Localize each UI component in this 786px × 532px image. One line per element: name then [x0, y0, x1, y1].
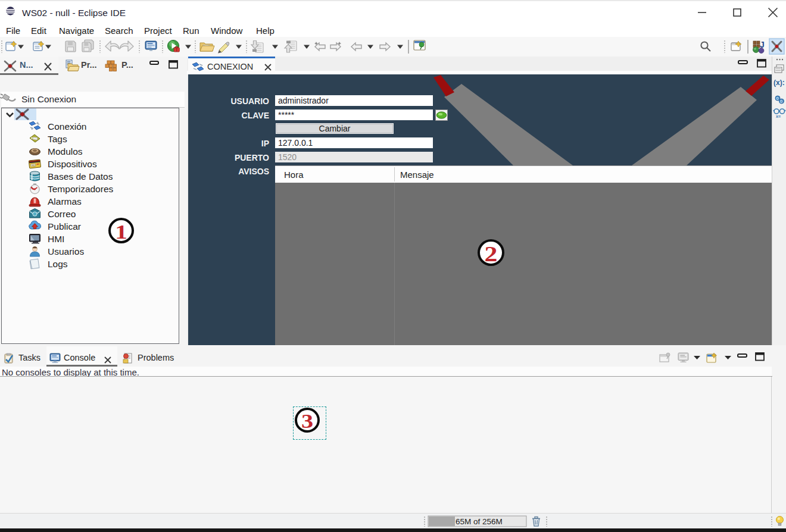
- svg-text:x=: x=: [776, 114, 781, 118]
- svg-text:0: 0: [780, 99, 782, 104]
- svg-text:65M of 256M: 65M of 256M: [456, 517, 503, 526]
- svg-text:0: 0: [776, 96, 779, 101]
- svg-text:(x):: (x):: [773, 79, 785, 87]
